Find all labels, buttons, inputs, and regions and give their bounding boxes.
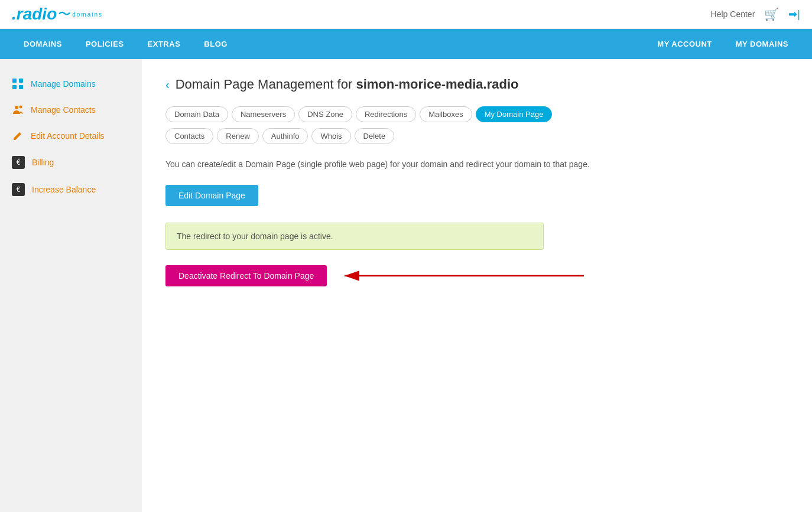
grid-icon xyxy=(12,78,24,90)
sidebar-manage-domains-label: Manage Domains xyxy=(31,79,96,89)
top-right: Help Center 🛒 ➡| xyxy=(711,7,800,21)
tab-contacts[interactable]: Contacts xyxy=(165,128,213,144)
sidebar-item-edit-account[interactable]: Edit Account Details xyxy=(0,123,142,149)
tabs-row2: Contacts Renew Authinfo Whois Delete xyxy=(165,128,788,144)
tab-authinfo[interactable]: Authinfo xyxy=(262,128,308,144)
svg-point-5 xyxy=(20,106,22,109)
nav-left: DOMAINS POLICIES EXTRAS BLOG xyxy=(12,29,239,59)
sidebar: Manage Domains Manage Contacts Edit Ac xyxy=(0,59,142,512)
tab-my-domain-page[interactable]: My Domain Page xyxy=(476,106,553,122)
sidebar-edit-account-label: Edit Account Details xyxy=(31,131,105,141)
help-center-link[interactable]: Help Center xyxy=(711,9,755,19)
tabs-row1: Domain Data Nameservers DNS Zone Redirec… xyxy=(165,106,788,122)
logo-domains: domains xyxy=(72,11,103,18)
content-area: ‹ Domain Page Management for simon-moric… xyxy=(142,59,812,512)
nav-extras[interactable]: EXTRAS xyxy=(136,29,193,59)
sidebar-increase-balance-label: Increase Balance xyxy=(32,185,96,194)
svg-rect-1 xyxy=(19,79,23,83)
increase-balance-icon: € xyxy=(12,183,25,196)
svg-rect-0 xyxy=(12,79,17,83)
nav-my-domains[interactable]: MY DOMAINS xyxy=(724,29,800,59)
tab-renew[interactable]: Renew xyxy=(217,128,258,144)
back-arrow-icon[interactable]: ‹ xyxy=(165,78,170,92)
billing-icon: € xyxy=(12,156,25,169)
page-header: ‹ Domain Page Management for simon-moric… xyxy=(165,77,788,92)
tab-mailboxes[interactable]: Mailboxes xyxy=(420,106,472,122)
sidebar-item-manage-domains[interactable]: Manage Domains xyxy=(0,71,142,97)
nav-bar: DOMAINS POLICIES EXTRAS BLOG MY ACCOUNT … xyxy=(0,29,812,59)
main-layout: Manage Domains Manage Contacts Edit Ac xyxy=(0,59,812,512)
logo-text: .radio xyxy=(12,5,57,24)
nav-right: MY ACCOUNT MY DOMAINS xyxy=(645,29,800,59)
deactivate-redirect-button[interactable]: Deactivate Redirect To Domain Page xyxy=(165,265,327,286)
sidebar-billing-label: Billing xyxy=(32,158,54,167)
login-icon[interactable]: ➡| xyxy=(788,8,800,21)
sidebar-item-manage-contacts[interactable]: Manage Contacts xyxy=(0,97,142,123)
cart-icon[interactable]: 🛒 xyxy=(764,7,779,21)
page-title: Domain Page Management for simon-morice-… xyxy=(176,77,519,92)
description-text: You can create/edit a Domain Page (singl… xyxy=(165,158,788,171)
pencil-icon xyxy=(12,130,24,142)
tab-whois[interactable]: Whois xyxy=(311,128,350,144)
tab-nameservers[interactable]: Nameservers xyxy=(232,106,295,122)
top-bar: .radio 〜 domains Help Center 🛒 ➡| xyxy=(0,0,812,29)
sidebar-item-billing[interactable]: € Billing xyxy=(0,149,142,176)
deactivate-row: Deactivate Redirect To Domain Page xyxy=(165,264,788,288)
svg-rect-2 xyxy=(12,85,17,89)
annotation-arrow-icon xyxy=(339,264,587,288)
nav-domains[interactable]: DOMAINS xyxy=(12,29,74,59)
logo-wave-icon: 〜 xyxy=(58,5,71,23)
sidebar-manage-contacts-label: Manage Contacts xyxy=(31,105,96,115)
svg-point-4 xyxy=(15,106,18,109)
svg-rect-3 xyxy=(19,85,23,89)
logo: .radio 〜 domains xyxy=(12,5,103,24)
nav-blog[interactable]: BLOG xyxy=(192,29,239,59)
edit-domain-page-button[interactable]: Edit Domain Page xyxy=(165,185,258,206)
tab-redirections[interactable]: Redirections xyxy=(356,106,416,122)
tab-delete[interactable]: Delete xyxy=(355,128,395,144)
nav-policies[interactable]: POLICIES xyxy=(74,29,136,59)
people-icon xyxy=(12,104,24,116)
alert-success-message: The redirect to your domain page is acti… xyxy=(165,223,544,250)
nav-my-account[interactable]: MY ACCOUNT xyxy=(645,29,723,59)
tab-domain-data[interactable]: Domain Data xyxy=(165,106,228,122)
tab-dns-zone[interactable]: DNS Zone xyxy=(298,106,352,122)
sidebar-item-increase-balance[interactable]: € Increase Balance xyxy=(0,176,142,203)
